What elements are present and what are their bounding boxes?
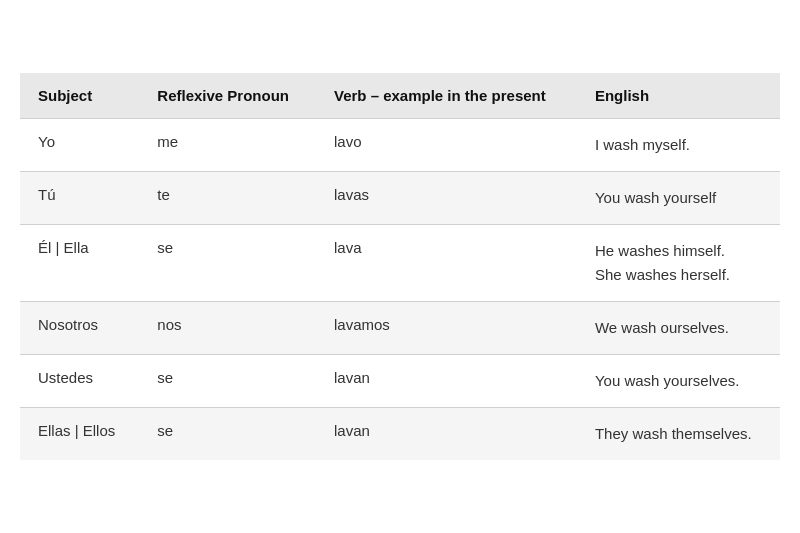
cell-reflexive-pronoun: se [139, 225, 316, 302]
cell-english: You wash yourself [577, 172, 780, 225]
cell-subject: Ellas | Ellos [20, 408, 139, 461]
cell-english: You wash yourselves. [577, 355, 780, 408]
header-english: English [577, 73, 780, 119]
cell-reflexive-pronoun: se [139, 408, 316, 461]
table-header-row: Subject Reflexive Pronoun Verb – example… [20, 73, 780, 119]
cell-reflexive-pronoun: se [139, 355, 316, 408]
cell-english: I wash myself. [577, 119, 780, 172]
header-subject: Subject [20, 73, 139, 119]
cell-verb-example: lavamos [316, 302, 577, 355]
header-reflexive-pronoun: Reflexive Pronoun [139, 73, 316, 119]
cell-verb-example: lavan [316, 355, 577, 408]
cell-reflexive-pronoun: nos [139, 302, 316, 355]
cell-english: They wash themselves. [577, 408, 780, 461]
table-row: UstedesselavanYou wash yourselves. [20, 355, 780, 408]
cell-reflexive-pronoun: me [139, 119, 316, 172]
cell-english: We wash ourselves. [577, 302, 780, 355]
cell-subject: Nosotros [20, 302, 139, 355]
table-row: Ellas | EllosselavanThey wash themselves… [20, 408, 780, 461]
table-container: Subject Reflexive Pronoun Verb – example… [20, 73, 780, 460]
cell-verb-example: lavas [316, 172, 577, 225]
cell-verb-example: lavan [316, 408, 577, 461]
header-verb-example: Verb – example in the present [316, 73, 577, 119]
table-row: TútelavasYou wash yourself [20, 172, 780, 225]
table-row: YomelavoI wash myself. [20, 119, 780, 172]
cell-subject: Ustedes [20, 355, 139, 408]
table-row: NosotrosnoslavamosWe wash ourselves. [20, 302, 780, 355]
cell-verb-example: lavo [316, 119, 577, 172]
cell-english: He washes himself.She washes herself. [577, 225, 780, 302]
cell-subject: Tú [20, 172, 139, 225]
table-row: Él | EllaselavaHe washes himself.She was… [20, 225, 780, 302]
cell-reflexive-pronoun: te [139, 172, 316, 225]
reflexive-verbs-table: Subject Reflexive Pronoun Verb – example… [20, 73, 780, 460]
cell-subject: Yo [20, 119, 139, 172]
cell-subject: Él | Ella [20, 225, 139, 302]
cell-verb-example: lava [316, 225, 577, 302]
